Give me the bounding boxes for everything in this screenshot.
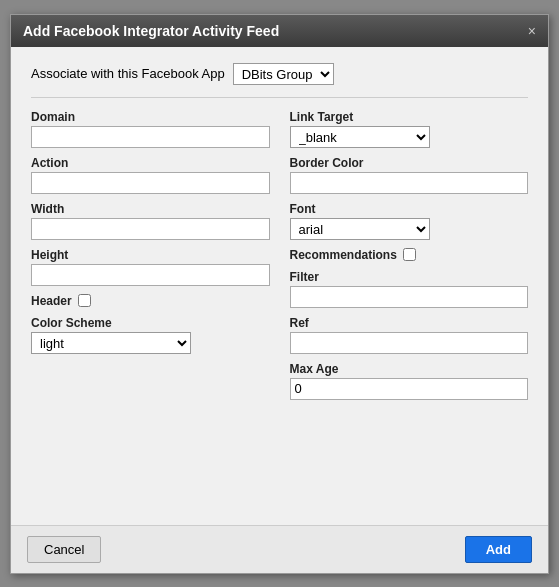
close-button[interactable]: × (528, 24, 536, 38)
title-bar: Add Facebook Integrator Activity Feed × (11, 15, 548, 47)
recommendations-checkbox[interactable] (403, 248, 416, 261)
color-scheme-label: Color Scheme (31, 316, 270, 330)
dialog-footer: Cancel Add (11, 525, 548, 573)
filter-label: Filter (290, 270, 529, 284)
associate-row: Associate with this Facebook App DBits G… (31, 63, 528, 98)
link-target-group: Link Target _blank _self _parent _top (290, 110, 529, 148)
height-input[interactable] (31, 264, 270, 286)
action-group: Action (31, 156, 270, 194)
ref-input[interactable] (290, 332, 529, 354)
font-group: Font arial helvetica times new roman ver… (290, 202, 529, 240)
font-label: Font (290, 202, 529, 216)
domain-label: Domain (31, 110, 270, 124)
width-label: Width (31, 202, 270, 216)
ref-label: Ref (290, 316, 529, 330)
font-select[interactable]: arial helvetica times new roman verdana (290, 218, 430, 240)
form-columns: Domain Action Width Height Header (31, 110, 528, 509)
dialog-body: Associate with this Facebook App DBits G… (11, 47, 548, 525)
action-input[interactable] (31, 172, 270, 194)
filter-group: Filter (290, 270, 529, 308)
height-label: Height (31, 248, 270, 262)
max-age-label: Max Age (290, 362, 529, 376)
recommendations-label: Recommendations (290, 248, 397, 262)
link-target-select[interactable]: _blank _self _parent _top (290, 126, 430, 148)
width-input[interactable] (31, 218, 270, 240)
max-age-input[interactable] (290, 378, 529, 400)
link-target-label: Link Target (290, 110, 529, 124)
header-row: Header (31, 294, 270, 308)
add-button[interactable]: Add (465, 536, 532, 563)
filter-input[interactable] (290, 286, 529, 308)
cancel-button[interactable]: Cancel (27, 536, 101, 563)
color-scheme-group: Color Scheme light dark (31, 316, 270, 354)
domain-input[interactable] (31, 126, 270, 148)
right-column: Link Target _blank _self _parent _top Bo… (290, 110, 529, 509)
ref-group: Ref (290, 316, 529, 354)
height-group: Height (31, 248, 270, 286)
left-column: Domain Action Width Height Header (31, 110, 270, 509)
header-checkbox[interactable] (78, 294, 91, 307)
dialog-title: Add Facebook Integrator Activity Feed (23, 23, 279, 39)
facebook-app-select[interactable]: DBits Group (233, 63, 334, 85)
width-group: Width (31, 202, 270, 240)
recommendations-row: Recommendations (290, 248, 529, 262)
border-color-input[interactable] (290, 172, 529, 194)
max-age-group: Max Age (290, 362, 529, 400)
domain-group: Domain (31, 110, 270, 148)
border-color-group: Border Color (290, 156, 529, 194)
header-label: Header (31, 294, 72, 308)
dialog: Add Facebook Integrator Activity Feed × … (10, 14, 549, 574)
associate-label: Associate with this Facebook App (31, 66, 225, 81)
color-scheme-select[interactable]: light dark (31, 332, 191, 354)
action-label: Action (31, 156, 270, 170)
border-color-label: Border Color (290, 156, 529, 170)
